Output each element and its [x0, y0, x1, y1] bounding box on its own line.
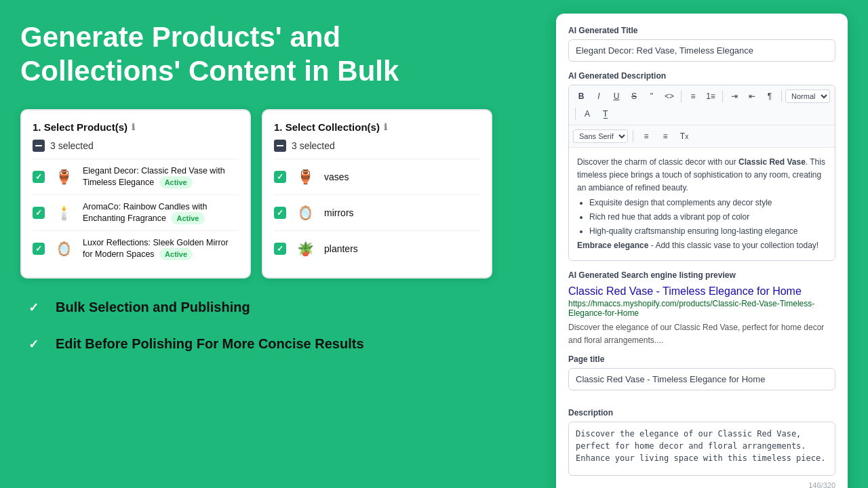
collection-checkbox-0[interactable] [274, 171, 286, 183]
page-title-label: Page title [568, 354, 835, 364]
outdent-button[interactable]: ⇤ [744, 88, 760, 104]
products-minus-button[interactable] [33, 140, 45, 152]
seo-label: AI Generated Search engine listing previ… [568, 270, 835, 280]
italic-button[interactable]: I [591, 88, 607, 104]
align-center-button[interactable]: ≡ [657, 128, 673, 144]
products-info-icon[interactable]: ℹ [132, 122, 135, 132]
quote-button[interactable]: " [644, 88, 660, 104]
bulk-selection-icon [20, 295, 46, 321]
product-item[interactable]: 🕯️ AromaCo: Rainbow Candles with Enchant… [33, 195, 239, 230]
edit-before-icon [20, 331, 46, 357]
seo-section: AI Generated Search engine listing previ… [568, 270, 835, 346]
page-title-input[interactable] [568, 368, 835, 390]
desc-textarea[interactable]: Discover the elegance of our Classic Red… [568, 422, 835, 476]
collection-img-0: 🏺 [293, 165, 317, 189]
collection-name-0: vases [324, 171, 349, 182]
unordered-list-button[interactable]: ≡ [685, 88, 701, 104]
collection-img-1: 🪞 [293, 201, 317, 225]
collection-img-2: 🪴 [293, 237, 317, 261]
product-img-0: 🏺 [52, 165, 76, 189]
toolbar-sep-5 [633, 130, 633, 142]
collections-panel: 1. Select Collection(s) ℹ 3 selected 🏺 v… [262, 109, 492, 279]
product-name-2: Luxor Reflections: Sleek Golden Mirror f… [83, 237, 239, 261]
toolbar-sep-2 [722, 90, 723, 102]
product-list: 🏺 Elegant Decor: Classic Red Vase with T… [33, 159, 239, 266]
collection-checkbox-2[interactable] [274, 243, 286, 255]
collection-name-2: planters [324, 243, 358, 254]
char-count: 146/320 [568, 481, 835, 488]
collections-info-icon[interactable]: ℹ [384, 122, 387, 132]
toolbar-row-2: Sans Serif ≡ ≡ Tx [569, 125, 835, 148]
indent-button[interactable]: ⇥ [726, 88, 743, 104]
collection-item[interactable]: 🏺 vases [274, 159, 480, 195]
toolbar-sep-4 [575, 108, 576, 120]
collections-selected-count: 3 selected [292, 140, 335, 151]
products-selected-count: 3 selected [50, 140, 94, 151]
editor-content[interactable]: Discover the charm of classic decor with… [569, 148, 835, 260]
products-panel: 1. Select Product(s) ℹ 3 selected 🏺 Eleg… [20, 109, 251, 279]
ai-desc-label: AI Generated Description [568, 71, 835, 81]
products-panel-title: 1. Select Product(s) ℹ [33, 121, 239, 133]
product-item[interactable]: 🪞 Luxor Reflections: Sleek Golden Mirror… [33, 230, 239, 266]
desc-label: Description [568, 408, 835, 418]
bold-button[interactable]: B [573, 88, 589, 104]
product-name-1: AromaCo: Rainbow Candles with Enchanting… [83, 201, 239, 225]
product-checkbox-1[interactable] [33, 207, 45, 219]
products-selected-row: 3 selected [33, 140, 239, 152]
seo-preview-desc: Discover the elegance of our Classic Red… [568, 323, 824, 345]
feature-text-2: Edit Before Polishing For More Concise R… [56, 336, 364, 352]
seo-preview-url: https://hmaccs.myshopify.com/products/Cl… [568, 299, 835, 318]
underline-button[interactable]: U [608, 88, 625, 104]
font-family-select[interactable]: Sans Serif [573, 129, 628, 143]
collections-selected-row: 3 selected [274, 140, 480, 152]
collection-name-1: mirrors [324, 207, 354, 218]
seo-preview-title[interactable]: Classic Red Vase - Timeless Elegance for… [568, 285, 835, 298]
product-img-1: 🕯️ [52, 201, 76, 225]
ai-title-input[interactable] [568, 39, 835, 62]
product-img-2: 🪞 [52, 237, 76, 261]
code-button[interactable]: <> [661, 88, 677, 104]
toolbar-sep-3 [781, 90, 782, 102]
toolbar-row-1: B I U S " <> ≡ 1≡ ⇥ ⇤ ¶ Normal A T̲ [569, 85, 835, 125]
feature-text-1: Bulk Selection and Publishing [56, 300, 250, 315]
collection-list: 🏺 vases 🪞 mirrors 🪴 planters [274, 159, 480, 266]
collection-item[interactable]: 🪞 mirrors [274, 195, 480, 230]
heading-select[interactable]: Normal [785, 89, 830, 103]
font-color-button[interactable]: A [579, 106, 595, 122]
collection-item[interactable]: 🪴 planters [274, 230, 480, 266]
strikethrough-button[interactable]: S [626, 88, 642, 104]
paragraph-button[interactable]: ¶ [762, 88, 778, 104]
ordered-list-button[interactable]: 1≡ [703, 88, 719, 104]
product-item[interactable]: 🏺 Elegant Decor: Classic Red Vase with T… [33, 159, 239, 195]
collection-checkbox-1[interactable] [274, 207, 286, 219]
right-panel: AI Generated Title AI Generated Descript… [556, 14, 848, 488]
product-checkbox-2[interactable] [33, 243, 45, 255]
product-name-0: Elegant Decor: Classic Red Vase with Tim… [83, 165, 239, 189]
toolbar-sep-1 [681, 90, 682, 102]
hero-title: Generate Products' and Collections' Cont… [20, 20, 495, 89]
clear-x-button[interactable]: Tx [676, 128, 692, 144]
ai-title-label: AI Generated Title [568, 26, 835, 35]
collections-panel-title: 1. Select Collection(s) ℹ [274, 121, 480, 133]
product-checkbox-0[interactable] [33, 171, 45, 183]
main-container: Generate Products' and Collections' Cont… [0, 0, 868, 488]
align-left-button[interactable]: ≡ [638, 128, 654, 144]
collections-minus-button[interactable] [274, 140, 286, 152]
clear-format-button[interactable]: T̲ [597, 106, 613, 122]
editor-toolbar: B I U S " <> ≡ 1≡ ⇥ ⇤ ¶ Normal A T̲ [568, 85, 835, 261]
